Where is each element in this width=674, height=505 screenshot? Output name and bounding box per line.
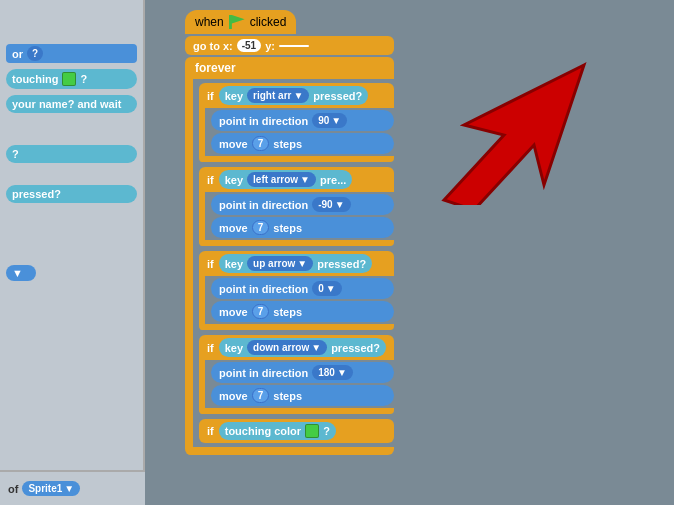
when-label: when <box>195 15 224 29</box>
forever-header[interactable]: forever <box>185 57 394 79</box>
name-wait-label: your name? and wait <box>12 98 121 110</box>
arrow-cursor <box>414 45 594 205</box>
sidebar-block-question[interactable]: ? <box>6 145 137 163</box>
sprite-dropdown-arrow: ▼ <box>64 483 74 494</box>
blocks-container: when clicked go to x: -51 y: forever if <box>185 10 394 455</box>
dir-dropdown-3: ▼ <box>337 367 347 378</box>
point-dir-label-1: point in direction <box>219 199 308 211</box>
point-direction-0[interactable]: point in direction 90 ▼ <box>211 110 394 131</box>
key-pressed-sensing-0[interactable]: key right arr ▼ pressed? <box>219 86 369 105</box>
green-flag-icon <box>229 15 245 29</box>
dir-value-0[interactable]: 90 ▼ <box>312 113 347 128</box>
point-direction-1[interactable]: point in direction -90 ▼ <box>211 194 394 215</box>
move-label-1: move <box>219 222 248 234</box>
touching-label: touching <box>12 73 58 85</box>
key-label-0: key <box>225 90 243 102</box>
move-steps-1[interactable]: move 7 steps <box>211 217 394 238</box>
if-group-1: if key left arrow ▼ pre... point in <box>199 167 394 246</box>
sprite-name: Sprite1 <box>28 483 62 494</box>
dir-val-text-2: 0 <box>318 283 324 294</box>
if-header-2[interactable]: if key up arrow ▼ pressed? <box>199 251 394 276</box>
if-label-2: if <box>207 258 214 270</box>
key-value-1[interactable]: left arrow ▼ <box>247 172 316 187</box>
move-steps-3[interactable]: move 7 steps <box>211 385 394 406</box>
svg-marker-0 <box>444 65 584 205</box>
if-header-1[interactable]: if key left arrow ▼ pre... <box>199 167 394 192</box>
steps-val-3[interactable]: 7 <box>252 388 270 403</box>
sidebar: or ? touching ? your name? and wait ? pr… <box>0 0 145 505</box>
steps-suffix-1: steps <box>273 222 302 234</box>
key-val-text-3: down arrow <box>253 342 309 353</box>
sidebar-block-or[interactable]: or ? <box>6 44 137 63</box>
steps-suffix-0: steps <box>273 138 302 150</box>
dir-val-text-0: 90 <box>318 115 329 126</box>
goto-label: go to x: <box>193 40 233 52</box>
y-value[interactable] <box>279 45 309 47</box>
if-group-0: if key right arr ▼ pressed? point i <box>199 83 394 162</box>
key-dropdown-3: ▼ <box>311 342 321 353</box>
steps-val-1[interactable]: 7 <box>252 220 270 235</box>
x-value[interactable]: -51 <box>237 39 261 52</box>
steps-val-0[interactable]: 7 <box>252 136 270 151</box>
if-group-3: if key down arrow ▼ pressed? point <box>199 335 394 414</box>
point-dir-label-3: point in direction <box>219 367 308 379</box>
key-label-2: key <box>225 258 243 270</box>
touching-color-label: touching color <box>225 425 301 437</box>
if-label-1: if <box>207 174 214 186</box>
dir-value-2[interactable]: 0 ▼ <box>312 281 341 296</box>
sidebar-block-touching[interactable]: touching ? <box>6 69 137 89</box>
touching-color-sensing[interactable]: touching color ? <box>219 422 336 440</box>
if-touching-color[interactable]: if touching color ? <box>199 419 394 443</box>
steps-suffix-2: steps <box>273 306 302 318</box>
touching-swatch <box>62 72 76 86</box>
dir-value-1[interactable]: -90 ▼ <box>312 197 350 212</box>
if-body-1: point in direction -90 ▼ move 7 steps <box>199 192 394 246</box>
if-body-2: point in direction 0 ▼ move 7 steps <box>199 276 394 330</box>
pressed-label-3: pressed? <box>331 342 380 354</box>
if-body-0: point in direction 90 ▼ move 7 steps <box>199 108 394 162</box>
sidebar-dropdown[interactable]: ▼ <box>6 265 36 281</box>
steps-val-2[interactable]: 7 <box>252 304 270 319</box>
or-label: or <box>12 48 23 60</box>
move-steps-0[interactable]: move 7 steps <box>211 133 394 154</box>
point-dir-label-0: point in direction <box>219 115 308 127</box>
pressed-label: pressed? <box>12 188 61 200</box>
point-direction-3[interactable]: point in direction 180 ▼ <box>211 362 394 383</box>
pressed-label-1: pre... <box>320 174 346 186</box>
if-label-last: if <box>207 425 214 437</box>
key-label-3: key <box>225 342 243 354</box>
if-header-3[interactable]: if key down arrow ▼ pressed? <box>199 335 394 360</box>
forever-label: forever <box>195 61 236 75</box>
key-pressed-sensing-2[interactable]: key up arrow ▼ pressed? <box>219 254 372 273</box>
if-body-3: point in direction 180 ▼ move 7 steps <box>199 360 394 414</box>
dir-val-text-3: 180 <box>318 367 335 378</box>
key-value-3[interactable]: down arrow ▼ <box>247 340 327 355</box>
pressed-label-0: pressed? <box>313 90 362 102</box>
goto-block[interactable]: go to x: -51 y: <box>185 36 394 55</box>
move-steps-2[interactable]: move 7 steps <box>211 301 394 322</box>
move-label-0: move <box>219 138 248 150</box>
forever-block: forever if key right arr ▼ pressed? <box>185 57 394 455</box>
key-pressed-sensing-1[interactable]: key left arrow ▼ pre... <box>219 170 353 189</box>
sidebar-block-name-wait[interactable]: your name? and wait <box>6 95 137 113</box>
key-value-0[interactable]: right arr ▼ <box>247 88 309 103</box>
hat-block[interactable]: when clicked <box>185 10 296 34</box>
sidebar-block-pressed[interactable]: pressed? <box>6 185 137 203</box>
question-label: ? <box>12 148 19 160</box>
if-header-0[interactable]: if key right arr ▼ pressed? <box>199 83 394 108</box>
key-pressed-sensing-3[interactable]: key down arrow ▼ pressed? <box>219 338 386 357</box>
dropdown-arrow-label: ▼ <box>12 267 23 279</box>
point-direction-2[interactable]: point in direction 0 ▼ <box>211 278 394 299</box>
forever-body: if key right arr ▼ pressed? point i <box>185 79 394 455</box>
key-value-2[interactable]: up arrow ▼ <box>247 256 313 271</box>
key-dropdown-2: ▼ <box>297 258 307 269</box>
move-label-3: move <box>219 390 248 402</box>
y-label: y: <box>265 40 275 52</box>
key-val-text-1: left arrow <box>253 174 298 185</box>
sprite-dropdown[interactable]: Sprite1 ▼ <box>22 481 80 496</box>
dir-value-3[interactable]: 180 ▼ <box>312 365 353 380</box>
key-dropdown-0: ▼ <box>293 90 303 101</box>
key-val-text-0: right arr <box>253 90 291 101</box>
touching-color-swatch <box>305 424 319 438</box>
if-label-3: if <box>207 342 214 354</box>
